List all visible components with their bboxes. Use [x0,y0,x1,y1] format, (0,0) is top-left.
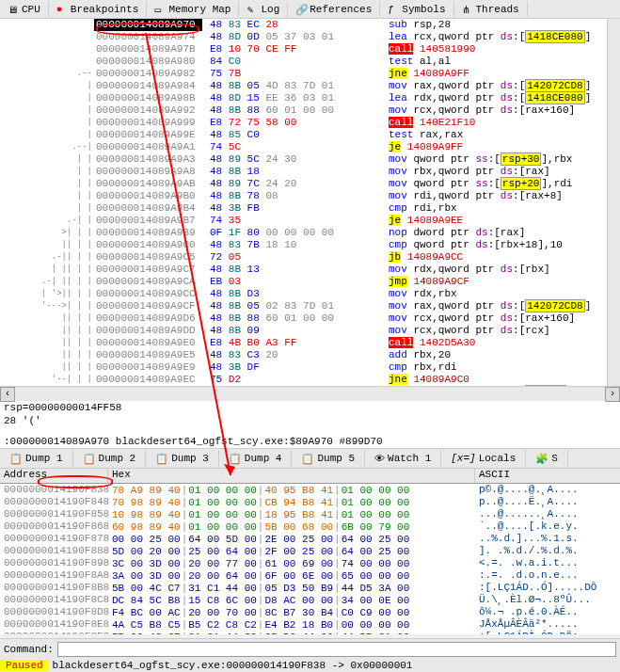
dump-row[interactable]: 0000000014190F8983C 00 3D 00|20 00 77 00… [0,557,620,569]
disasm-row[interactable]: 000000014089A97448 8D 0D 05 37 03 01lea … [0,31,620,43]
tab-threads[interactable]: ⋔Threads [454,2,528,17]
tab-symbols[interactable]: ƒSymbols [380,2,453,17]
disasm-row[interactable]: | |000000014089A9A348 89 5C 24 30mov qwo… [0,153,620,166]
disasm-row[interactable]: || | |000000014089A9D648 8B 88 60 01 00 … [0,312,620,325]
disasm-row[interactable]: | |000000014089A9B048 8B 78 08mov rdi,qw… [0,190,620,202]
tab-dump2[interactable]: 📋Dump 2 [73,450,147,468]
jump-arrows: || | | [0,239,94,251]
scroll-right-btn[interactable]: › [605,387,620,402]
disasm-row[interactable]: .-|| | |000000014089A9C572 05jb 14089A9C… [0,251,620,264]
vertical-scrollbar[interactable] [607,19,620,386]
bytes: 48 85 C0 [202,129,381,141]
locals-icon: [x=] [451,453,475,464]
jump-arrows: || | | [0,361,94,374]
jump-arrows: .-| || | | [0,276,94,288]
disasm-row[interactable]: .-| || | |000000014089A9CAEB 03jmp 14089… [0,276,620,288]
dump-row[interactable]: 0000000014190F8E84A C5 B8 C5|B5 C2 C8 C2… [0,618,620,631]
dump-row[interactable]: 0000000014190F87800 00 25 00|64 00 5D 00… [0,533,620,545]
disasm-row[interactable]: || | |000000014089A9E548 83 C3 20add rbx… [0,349,620,361]
dump-view[interactable]: 0000000014190F83870 A9 89 40|01 00 00 00… [0,484,620,634]
bytes: 48 8B 13 [202,264,381,276]
tab-refs[interactable]: 🔗References [288,2,380,17]
tab-cpu[interactable]: 🖥CPU [0,2,49,17]
jump-arrows [0,19,94,31]
bytes: E8 72 75 58 00 [202,117,381,129]
bytes: 48 3B FB [202,202,381,215]
tab-log[interactable]: ✎Log [239,2,288,17]
tab-label: Memory Map [168,4,231,15]
disasm-row[interactable]: 000000014089A98084 C0test al,al [0,56,620,68]
address: 000000014089A99E [94,129,202,141]
disasm-row[interactable]: |000000014089A999E8 72 75 58 00call 140E… [0,117,620,129]
tab-breakpoints[interactable]: ●Breakpoints [49,2,148,17]
disassembly-view[interactable]: 000000014089A97048 83 EC 28sub rsp,28000… [0,19,620,386]
tab-struct[interactable]: 🧩S [526,450,568,468]
jump-arrows: | [0,92,94,104]
dump-icon: 📋 [155,453,168,465]
dump-ascii: `..@....[.k.e.y. [475,520,620,533]
disasm-row[interactable]: || | |000000014089A9E948 3B DFcmp rbx,rd… [0,361,620,374]
disasm-row[interactable]: '--->| | |000000014089A9CF48 8B 05 02 83… [0,300,620,312]
tab-watch1[interactable]: 👁Watch 1 [365,450,441,468]
mnemonic: mov rdx,qword ptr ds:[rbx] [381,264,620,276]
jump-arrows: | [0,80,94,92]
mnemonic: mov rcx,qword ptr ds:[rax+160] [381,104,620,117]
tab-label: Symbols [402,4,445,15]
dump-row[interactable]: 0000000014190F8885D 00 20 00|25 00 64 00… [0,545,620,557]
disasm-row[interactable]: | |000000014089A9B448 3B FBcmp rdi,rbx [0,202,620,215]
tab-locals[interactable]: [x=]Locals [441,450,526,467]
jump-arrows: '--->| | | [0,300,94,312]
dump-ascii: JÅxÅµÂÈÂä²*..... [475,618,620,631]
tab-dump1[interactable]: 📋Dump 1 [0,450,73,468]
log-icon: ✎ [246,4,258,15]
address: 000000014089A9A8 [94,166,202,178]
bytes: 48 8B 05 02 83 7D 01 [202,300,381,312]
disasm-row[interactable]: |000000014089A98B48 8D 15 EE 36 03 01lea… [0,92,620,104]
scroll-left-btn[interactable]: ‹ [0,387,15,402]
tab-dump4[interactable]: 📋Dump 4 [219,450,293,468]
dump-row[interactable]: 0000000014190F8A83A 00 3D 00|20 00 64 00… [0,569,620,582]
disasm-row[interactable]: | || | |000000014089A9C748 8B 13mov rdx,… [0,264,620,276]
disasm-row[interactable]: |000000014089A99E48 85 C0test rax,rax [0,129,620,141]
mnemonic: nop dword ptr ds:[rax] [381,227,620,239]
disasm-row[interactable]: | |000000014089A9AB48 89 7C 24 20mov qwo… [0,178,620,190]
dump-col-hex[interactable]: Hex [108,469,475,483]
dump-row[interactable]: 0000000014190F85810 98 89 40|01 00 00 00… [0,508,620,520]
dump-row[interactable]: 0000000014190F83870 A9 89 40|01 00 00 00… [0,484,620,496]
dump-col-address[interactable]: Address [0,469,108,483]
dump-icon: 📋 [9,453,23,465]
disasm-row[interactable]: || | |000000014089A9E0E8 4B B0 A3 FFcall… [0,337,620,349]
disasm-row[interactable]: 000000014089A97BE8 10 70 CE FFcall 14058… [0,43,620,56]
address: 000000014089A9C0 [94,239,202,251]
dump-hex: F4 BC 00 AC|20 00 70 00|8C B7 30 B4|C0 C… [108,606,475,618]
dump-row[interactable]: 0000000014190F8F85B 00 4C C7|31 C1 44 CC… [0,631,620,634]
status-paused: Paused [0,660,49,671]
jump-arrows [0,31,94,43]
tab-dump3[interactable]: 📋Dump 3 [146,450,219,468]
disasm-row[interactable]: || | |000000014089A9C048 83 7B 18 10cmp … [0,239,620,251]
tab-dump5[interactable]: 📋Dump 5 [292,450,365,468]
command-input[interactable] [57,642,616,657]
command-bar: Command: [0,638,620,659]
mnemonic: mov rcx,qword ptr ds:[rax+160] [381,312,620,325]
disasm-row[interactable]: >| | |000000014089A9B90F 1F 80 00 00 00 … [0,227,620,239]
dump-row[interactable]: 0000000014190F8C8DC 84 5C B8|15 C8 6C 00… [0,594,620,606]
dump-ascii: <.=. .w.a.i.t... [475,557,620,569]
tab-memmap[interactable]: ▭Memory Map [147,2,239,17]
mnemonic: cmp qword ptr ds:[rbx+18],10 [381,239,620,251]
dump-row[interactable]: 0000000014190F8B85B 00 4C C7|31 C1 44 00… [0,582,620,594]
symbols-icon: ƒ [388,4,399,15]
dump-row[interactable]: 0000000014190F86860 98 89 40|01 00 00 00… [0,520,620,533]
dump-row[interactable]: 0000000014190F8D8F4 BC 00 AC|20 00 70 00… [0,606,620,618]
dump-row[interactable]: 0000000014190F84870 98 89 40|01 00 00 00… [0,496,620,508]
jump-arrows: '--| | | [0,374,94,386]
bytes: 48 8B 88 60 01 00 00 [202,104,381,117]
disasm-row[interactable]: || | |000000014089A9DD48 8B 09mov rcx,qw… [0,325,620,337]
horizontal-scrollbar[interactable]: ‹ › [0,386,620,401]
disasm-row[interactable]: .-| |000000014089A9B774 35je 14089A9EE [0,215,620,227]
address: 000000014089A9E9 [94,361,202,374]
dump-address: 0000000014190F888 [0,545,108,557]
dump-tab-bar: 📋Dump 1 📋Dump 2 📋Dump 3 📋Dump 4 📋Dump 5 … [0,448,620,469]
disasm-row[interactable]: |000000014089A99248 8B 88 60 01 00 00mov… [0,104,620,117]
dump-col-ascii[interactable]: ASCII [475,469,620,483]
